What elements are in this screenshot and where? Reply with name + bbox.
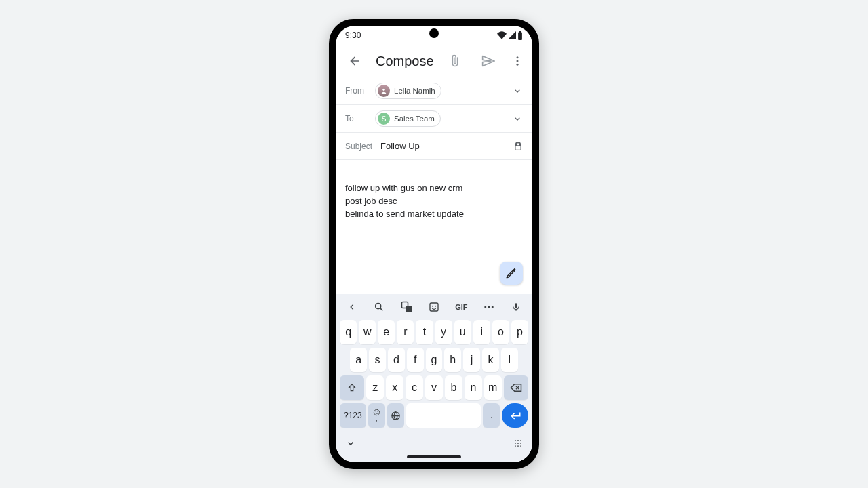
kb-translate-button[interactable] [397,298,416,317]
to-name: Sales Team [394,115,435,123]
avatar-leila [378,85,390,97]
from-name: Leila Namih [394,87,435,95]
key-h[interactable]: h [444,348,461,372]
from-expand[interactable] [512,85,523,96]
key-period[interactable]: . [483,403,500,428]
more-vert-icon [511,55,524,67]
svg-point-6 [376,304,381,309]
key-o[interactable]: o [492,320,509,344]
to-row[interactable]: To S Sales Team [336,105,532,133]
svg-point-13 [488,306,490,308]
key-g[interactable]: g [426,348,443,372]
svg-point-5 [382,89,384,91]
phone-frame: 9:30 Compose From [329,19,539,469]
kb-search-button[interactable] [370,298,389,317]
key-t[interactable]: t [416,320,433,344]
smart-compose-button[interactable] [500,262,523,285]
svg-point-17 [375,411,376,412]
kb-grid-button[interactable] [513,439,523,448]
body-text: follow up with gus on new crm post job d… [345,182,523,221]
kb-gif-button[interactable]: GIF [452,298,471,317]
screen: 9:30 Compose From [336,26,532,462]
key-x[interactable]: x [386,375,403,400]
kb-back-button[interactable] [342,298,361,317]
key-f[interactable]: f [407,348,424,372]
svg-point-14 [491,306,493,308]
keyboard: GIF qwertyuiop asdfghjkl zxcvbnm ?123 [336,294,532,462]
status-icons [497,31,523,40]
kb-sticker-button[interactable] [425,298,443,317]
grid-icon [513,439,523,448]
key-emoji[interactable]: , [368,403,385,428]
key-comma-sub: , [376,416,378,422]
key-space[interactable] [406,403,481,428]
key-s[interactable]: s [369,348,386,372]
key-j[interactable]: j [463,348,480,372]
kb-mic-button[interactable] [507,298,526,317]
key-d[interactable]: d [388,348,405,372]
globe-icon [391,411,401,421]
back-button[interactable] [342,49,366,73]
to-chip[interactable]: S Sales Team [375,110,441,127]
subject-label: Subject [345,142,380,151]
body-input[interactable]: follow up with gus on new crm post job d… [336,160,532,294]
key-symbols[interactable]: ?123 [340,403,366,428]
send-icon [481,54,495,68]
key-u[interactable]: u [454,320,471,344]
key-l[interactable]: l [501,348,518,372]
key-shift[interactable] [340,375,364,400]
key-m[interactable]: m [484,375,502,400]
arrow-left-icon [348,54,361,68]
from-row[interactable]: From Leila Namih [336,77,532,105]
key-w[interactable]: w [359,320,376,344]
key-backspace[interactable] [504,375,528,400]
svg-point-16 [374,409,379,415]
translate-icon [401,301,413,313]
from-label: From [345,86,375,96]
kb-more-button[interactable] [479,298,498,317]
svg-rect-1 [519,31,521,33]
key-z[interactable]: z [366,375,384,400]
svg-point-11 [435,306,436,307]
key-enter[interactable] [502,403,528,428]
svg-rect-8 [406,306,412,312]
attach-button[interactable] [443,49,467,73]
to-expand[interactable] [512,113,523,124]
kb-collapse-button[interactable] [345,438,356,449]
key-e[interactable]: e [378,320,395,344]
search-icon [374,302,384,312]
key-y[interactable]: y [435,320,452,344]
key-n[interactable]: n [465,375,482,400]
battery-icon [517,31,523,40]
app-bar: Compose [336,45,532,77]
key-language[interactable] [387,403,404,428]
key-v[interactable]: v [425,375,443,400]
key-c[interactable]: c [406,375,423,400]
key-k[interactable]: k [482,348,499,372]
paperclip-icon [448,54,462,68]
svg-point-21 [517,440,519,441]
key-i[interactable]: i [473,320,490,344]
backspace-icon [510,382,522,394]
key-p[interactable]: p [511,320,528,344]
nav-pill[interactable] [407,455,461,458]
svg-point-3 [517,60,519,62]
key-r[interactable]: r [397,320,414,344]
send-button[interactable] [477,49,500,73]
encryption-indicator[interactable] [513,142,523,151]
status-time: 9:30 [345,30,361,40]
svg-point-26 [515,445,516,447]
more-button[interactable] [510,49,526,73]
key-q[interactable]: q [340,320,357,344]
nav-bar [336,434,532,453]
svg-rect-9 [430,303,438,311]
page-title: Compose [376,54,434,69]
svg-point-27 [517,445,519,447]
camera-notch [429,28,439,38]
key-b[interactable]: b [445,375,462,400]
key-a[interactable]: a [350,348,367,372]
from-chip[interactable]: Leila Namih [375,83,441,99]
subject-row[interactable]: Subject Follow Up [336,133,532,160]
svg-point-25 [520,443,521,444]
svg-rect-0 [518,32,522,40]
